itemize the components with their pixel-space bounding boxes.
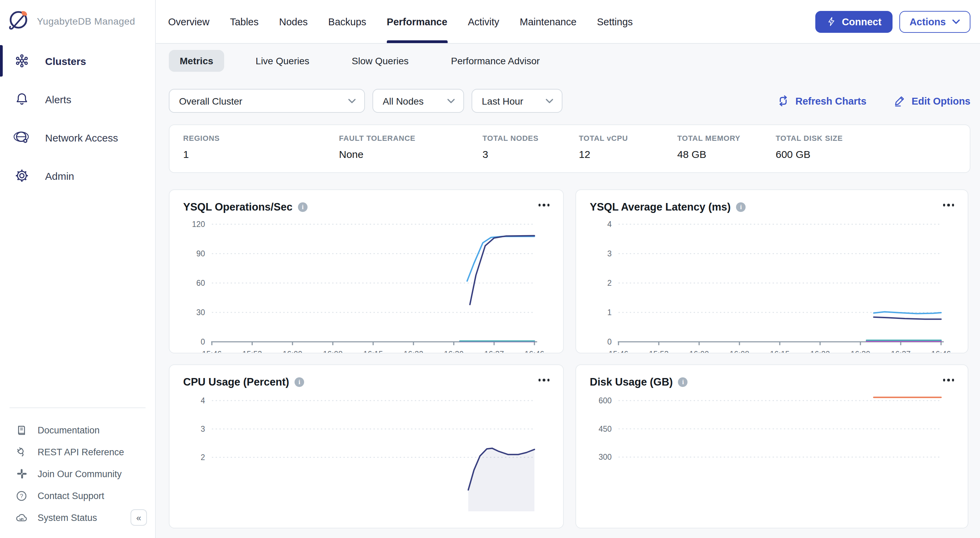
pencil-icon: [894, 95, 905, 107]
refresh-charts-label: Refresh Charts: [795, 96, 867, 106]
chart-card-ysql-latency: YSQL Average Latency (ms) 0123415:4615:5…: [576, 189, 968, 353]
connect-button[interactable]: Connect: [815, 11, 892, 32]
top-actions: Connect Actions: [815, 0, 970, 43]
stat-value: 48 GB: [677, 148, 776, 160]
tab-activity[interactable]: Activity: [468, 0, 499, 43]
chart-menu-ellipsis-icon[interactable]: [942, 201, 955, 209]
globe-gear-icon: [14, 129, 30, 146]
stat-value: 12: [579, 148, 677, 160]
refresh-charts-link[interactable]: Refresh Charts: [777, 94, 867, 107]
svg-text:16:22: 16:22: [404, 350, 423, 353]
sidebar-item-network-access[interactable]: Network Access: [0, 120, 155, 154]
svg-text:0: 0: [607, 337, 612, 346]
chevron-down-icon: [952, 19, 960, 24]
sidebar-utility: Documentation REST API Reference: [0, 407, 155, 538]
utility-item-documentation[interactable]: Documentation: [0, 419, 155, 441]
utility-item-community[interactable]: Join Our Community: [0, 463, 155, 485]
chart-menu-ellipsis-icon[interactable]: [537, 201, 551, 209]
svg-text:16:15: 16:15: [770, 350, 790, 353]
sidebar-collapse-button[interactable]: «: [130, 509, 147, 526]
stat-total-disk-size: TOTAL DISK SIZE 600 GB: [776, 134, 885, 172]
utility-item-label: Join Our Community: [38, 469, 122, 479]
svg-text:2: 2: [607, 279, 612, 288]
gear-icon: [14, 167, 30, 184]
nodes-select[interactable]: All Nodes: [372, 89, 464, 113]
actions-button-label: Actions: [910, 16, 946, 27]
bell-icon: [14, 91, 30, 107]
svg-text:30: 30: [196, 308, 205, 317]
stat-label: TOTAL NODES: [482, 134, 579, 142]
tab-settings[interactable]: Settings: [597, 0, 633, 43]
stat-total-vcpu: TOTAL vCPU 12: [579, 134, 677, 172]
svg-text:16:30: 16:30: [851, 350, 870, 353]
stat-label: REGIONS: [183, 134, 339, 142]
subtab-performance-advisor[interactable]: Performance Advisor: [440, 50, 551, 72]
cluster-stats-card: REGIONS 1 FAULT TOLERANCE None TOTAL NOD…: [169, 124, 970, 173]
chart-title: Disk Usage (GB): [590, 376, 673, 388]
subtab-slow-queries[interactable]: Slow Queries: [340, 50, 420, 72]
subtab-live-queries[interactable]: Live Queries: [245, 50, 320, 72]
chevron-down-icon: [348, 98, 356, 103]
svg-text:16:30: 16:30: [444, 350, 464, 353]
brand-name: YugabyteDB Managed: [37, 16, 135, 27]
svg-text:16:46: 16:46: [525, 350, 544, 353]
svg-text:4: 4: [607, 220, 612, 229]
svg-text:15:46: 15:46: [609, 350, 628, 353]
tab-overview[interactable]: Overview: [168, 0, 210, 43]
subtab-metrics[interactable]: Metrics: [169, 50, 224, 72]
chart-menu-ellipsis-icon[interactable]: [942, 376, 955, 384]
info-icon[interactable]: [678, 377, 688, 387]
tab-tables[interactable]: Tables: [230, 0, 259, 43]
sidebar-item-label: Alerts: [45, 93, 72, 105]
svg-text:600: 600: [599, 396, 612, 405]
svg-text:16:22: 16:22: [810, 350, 830, 353]
stat-total-memory: TOTAL MEMORY 48 GB: [677, 134, 776, 172]
sidebar: YugabyteDB Managed Clusters: [0, 0, 156, 538]
info-icon[interactable]: [736, 202, 746, 212]
chart-menu-ellipsis-icon[interactable]: [537, 376, 551, 384]
tab-performance[interactable]: Performance: [387, 0, 447, 43]
svg-text:15:46: 15:46: [202, 350, 222, 353]
stat-label: TOTAL MEMORY: [677, 134, 776, 142]
utility-item-support[interactable]: ? Contact Support: [0, 485, 155, 506]
tab-nodes[interactable]: Nodes: [279, 0, 308, 43]
brand[interactable]: YugabyteDB Managed: [0, 0, 155, 42]
performance-subtabs: Metrics Live Queries Slow Queries Perfor…: [169, 50, 970, 72]
book-icon: [15, 423, 28, 436]
cluster-select[interactable]: Overall Cluster: [169, 89, 365, 113]
tab-backups[interactable]: Backups: [328, 0, 366, 43]
utility-item-rest-api[interactable]: REST API Reference: [0, 441, 155, 463]
filter-row: Overall Cluster All Nodes Last Hour: [169, 89, 970, 113]
disk-usage-chart: 300450600: [576, 391, 968, 518]
cpu-usage-chart: 234: [170, 391, 564, 518]
nodes-select-value: All Nodes: [383, 96, 440, 106]
stat-value: 1: [183, 148, 339, 160]
svg-text:16:15: 16:15: [363, 350, 383, 353]
edit-options-link[interactable]: Edit Options: [894, 95, 970, 107]
plug-icon: [15, 446, 28, 458]
cloud-status-icon: [15, 511, 28, 524]
time-range-select[interactable]: Last Hour: [471, 89, 562, 113]
chart-card-disk-usage: Disk Usage (GB) 300450600: [576, 365, 968, 528]
sidebar-nav: Clusters Alerts: [0, 44, 155, 197]
sidebar-item-admin[interactable]: Admin: [0, 159, 155, 193]
chart-title: YSQL Average Latency (ms): [590, 201, 730, 213]
info-icon[interactable]: [298, 202, 307, 212]
svg-text:16:08: 16:08: [323, 350, 343, 353]
chart-title: CPU Usage (Percent): [183, 376, 289, 388]
bolt-icon: [826, 16, 837, 27]
stat-label: FAULT TOLERANCE: [339, 134, 482, 142]
svg-text:3: 3: [200, 425, 205, 433]
tab-maintenance[interactable]: Maintenance: [520, 0, 576, 43]
sidebar-item-alerts[interactable]: Alerts: [0, 82, 155, 116]
help-circle-icon: ?: [15, 489, 28, 502]
stat-value: 3: [482, 148, 579, 160]
svg-text:16:37: 16:37: [484, 350, 504, 353]
time-range-select-value: Last Hour: [482, 96, 539, 106]
sidebar-item-clusters[interactable]: Clusters: [0, 44, 155, 78]
info-icon[interactable]: [294, 377, 304, 387]
chevron-down-icon: [546, 98, 554, 103]
svg-text:60: 60: [196, 279, 205, 288]
ysql-latency-chart: 0123415:4615:5316:0016:0816:1516:2216:30…: [576, 216, 968, 353]
actions-button[interactable]: Actions: [899, 11, 970, 32]
